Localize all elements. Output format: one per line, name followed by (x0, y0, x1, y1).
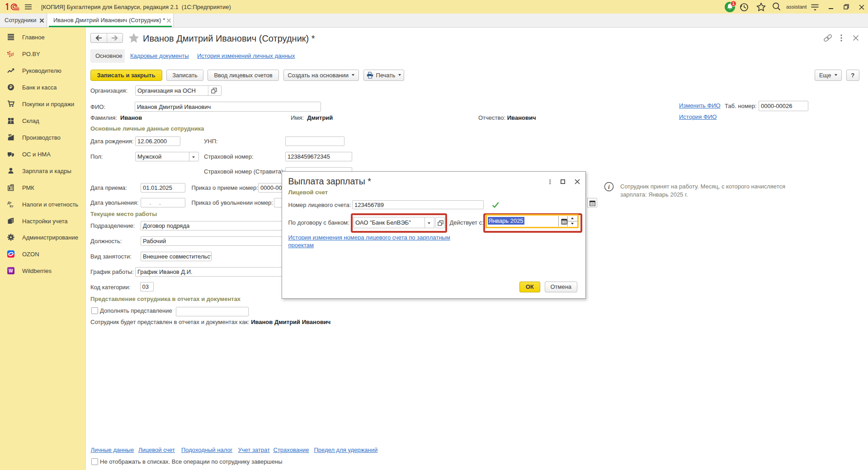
svg-text:₽: ₽ (9, 85, 12, 89)
svg-text:1: 1 (732, 1, 735, 6)
svg-text:W: W (9, 268, 13, 273)
svg-text:Кт: Кт (10, 204, 14, 208)
svg-text:i: i (608, 183, 610, 190)
